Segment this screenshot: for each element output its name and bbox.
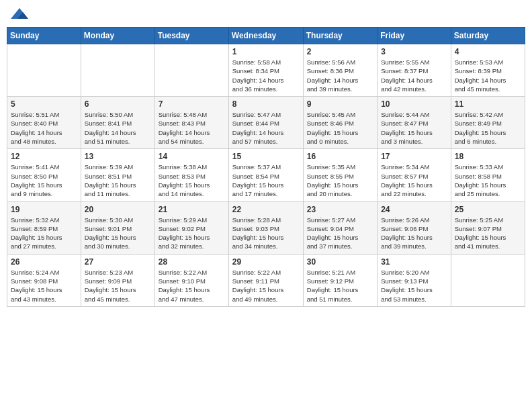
day-number: 24 bbox=[381, 205, 447, 214]
day-cell: 4Sunrise: 5:53 AM Sunset: 8:39 PM Daylig… bbox=[451, 44, 525, 97]
day-cell: 3Sunrise: 5:55 AM Sunset: 8:37 PM Daylig… bbox=[378, 44, 451, 97]
day-number: 21 bbox=[159, 205, 225, 214]
day-cell bbox=[451, 254, 525, 306]
day-info: Sunrise: 5:38 AM Sunset: 8:53 PM Dayligh… bbox=[159, 163, 225, 198]
day-cell: 12Sunrise: 5:41 AM Sunset: 8:50 PM Dayli… bbox=[7, 149, 81, 201]
day-number: 27 bbox=[85, 257, 151, 267]
day-cell: 15Sunrise: 5:37 AM Sunset: 8:54 PM Dayli… bbox=[228, 149, 303, 201]
day-cell: 6Sunrise: 5:50 AM Sunset: 8:41 PM Daylig… bbox=[81, 97, 154, 149]
weekday-header-wednesday: Wednesday bbox=[228, 28, 303, 44]
day-cell: 18Sunrise: 5:33 AM Sunset: 8:58 PM Dayli… bbox=[451, 149, 525, 201]
day-cell: 7Sunrise: 5:48 AM Sunset: 8:43 PM Daylig… bbox=[154, 97, 228, 149]
day-cell: 31Sunrise: 5:20 AM Sunset: 9:13 PM Dayli… bbox=[378, 254, 451, 306]
day-number: 16 bbox=[307, 152, 373, 161]
day-number: 19 bbox=[11, 205, 77, 214]
day-info: Sunrise: 5:37 AM Sunset: 8:54 PM Dayligh… bbox=[232, 163, 300, 198]
day-cell: 20Sunrise: 5:30 AM Sunset: 9:01 PM Dayli… bbox=[81, 201, 154, 254]
day-info: Sunrise: 5:42 AM Sunset: 8:49 PM Dayligh… bbox=[455, 110, 521, 146]
day-number: 7 bbox=[159, 99, 225, 109]
day-info: Sunrise: 5:47 AM Sunset: 8:44 PM Dayligh… bbox=[232, 110, 300, 146]
day-info: Sunrise: 5:21 AM Sunset: 9:12 PM Dayligh… bbox=[307, 268, 373, 304]
day-info: Sunrise: 5:53 AM Sunset: 8:39 PM Dayligh… bbox=[455, 58, 521, 93]
day-number: 8 bbox=[232, 99, 300, 109]
day-cell: 1Sunrise: 5:58 AM Sunset: 8:34 PM Daylig… bbox=[228, 44, 303, 97]
week-row-1: 1Sunrise: 5:58 AM Sunset: 8:34 PM Daylig… bbox=[7, 44, 525, 97]
day-info: Sunrise: 5:27 AM Sunset: 9:04 PM Dayligh… bbox=[307, 216, 373, 251]
week-row-2: 5Sunrise: 5:51 AM Sunset: 8:40 PM Daylig… bbox=[7, 97, 525, 149]
day-number: 17 bbox=[381, 152, 447, 161]
day-info: Sunrise: 5:44 AM Sunset: 8:47 PM Dayligh… bbox=[381, 110, 447, 146]
week-row-4: 19Sunrise: 5:32 AM Sunset: 8:59 PM Dayli… bbox=[7, 201, 525, 254]
day-cell: 23Sunrise: 5:27 AM Sunset: 9:04 PM Dayli… bbox=[303, 201, 377, 254]
day-number: 10 bbox=[381, 99, 447, 109]
day-info: Sunrise: 5:23 AM Sunset: 9:09 PM Dayligh… bbox=[85, 268, 151, 304]
day-cell: 11Sunrise: 5:42 AM Sunset: 8:49 PM Dayli… bbox=[451, 97, 525, 149]
day-info: Sunrise: 5:58 AM Sunset: 8:34 PM Dayligh… bbox=[232, 58, 300, 93]
day-number: 5 bbox=[11, 99, 77, 109]
day-number: 26 bbox=[11, 257, 77, 267]
day-cell: 25Sunrise: 5:25 AM Sunset: 9:07 PM Dayli… bbox=[451, 201, 525, 254]
calendar-table: SundayMondayTuesdayWednesdayThursdayFrid… bbox=[7, 27, 525, 307]
day-number: 25 bbox=[455, 205, 521, 214]
day-cell: 14Sunrise: 5:38 AM Sunset: 8:53 PM Dayli… bbox=[154, 149, 228, 201]
weekday-header-saturday: Saturday bbox=[451, 28, 525, 44]
day-cell: 27Sunrise: 5:23 AM Sunset: 9:09 PM Dayli… bbox=[81, 254, 154, 306]
day-cell bbox=[81, 44, 154, 97]
day-number: 20 bbox=[85, 205, 151, 214]
day-info: Sunrise: 5:22 AM Sunset: 9:11 PM Dayligh… bbox=[232, 268, 300, 304]
day-number: 31 bbox=[381, 257, 447, 267]
day-cell: 9Sunrise: 5:45 AM Sunset: 8:46 PM Daylig… bbox=[303, 97, 377, 149]
day-info: Sunrise: 5:29 AM Sunset: 9:02 PM Dayligh… bbox=[159, 216, 225, 251]
day-info: Sunrise: 5:30 AM Sunset: 9:01 PM Dayligh… bbox=[85, 216, 151, 251]
day-info: Sunrise: 5:48 AM Sunset: 8:43 PM Dayligh… bbox=[159, 110, 225, 146]
day-cell: 17Sunrise: 5:34 AM Sunset: 8:57 PM Dayli… bbox=[378, 149, 451, 201]
day-cell: 30Sunrise: 5:21 AM Sunset: 9:12 PM Dayli… bbox=[303, 254, 377, 306]
week-row-5: 26Sunrise: 5:24 AM Sunset: 9:08 PM Dayli… bbox=[7, 254, 525, 306]
day-number: 14 bbox=[159, 152, 225, 161]
day-number: 30 bbox=[307, 257, 373, 267]
weekday-header-sunday: Sunday bbox=[7, 28, 81, 44]
day-cell: 19Sunrise: 5:32 AM Sunset: 8:59 PM Dayli… bbox=[7, 201, 81, 254]
day-info: Sunrise: 5:20 AM Sunset: 9:13 PM Dayligh… bbox=[381, 268, 447, 304]
day-number: 12 bbox=[11, 152, 77, 161]
day-number: 15 bbox=[232, 152, 300, 161]
day-cell: 26Sunrise: 5:24 AM Sunset: 9:08 PM Dayli… bbox=[7, 254, 81, 306]
day-cell: 5Sunrise: 5:51 AM Sunset: 8:40 PM Daylig… bbox=[7, 97, 81, 149]
day-number: 2 bbox=[307, 47, 373, 56]
day-number: 29 bbox=[232, 257, 300, 267]
logo bbox=[9, 7, 30, 21]
day-info: Sunrise: 5:41 AM Sunset: 8:50 PM Dayligh… bbox=[11, 163, 77, 198]
weekday-header-tuesday: Tuesday bbox=[154, 28, 228, 44]
weekday-header-thursday: Thursday bbox=[303, 28, 377, 44]
day-cell: 29Sunrise: 5:22 AM Sunset: 9:11 PM Dayli… bbox=[228, 254, 303, 306]
week-row-3: 12Sunrise: 5:41 AM Sunset: 8:50 PM Dayli… bbox=[7, 149, 525, 201]
day-info: Sunrise: 5:35 AM Sunset: 8:55 PM Dayligh… bbox=[307, 163, 373, 198]
day-info: Sunrise: 5:51 AM Sunset: 8:40 PM Dayligh… bbox=[11, 110, 77, 146]
day-cell bbox=[154, 44, 228, 97]
logo-icon bbox=[9, 7, 30, 21]
day-number: 3 bbox=[381, 47, 447, 56]
day-cell: 13Sunrise: 5:39 AM Sunset: 8:51 PM Dayli… bbox=[81, 149, 154, 201]
day-cell bbox=[7, 44, 81, 97]
day-info: Sunrise: 5:56 AM Sunset: 8:36 PM Dayligh… bbox=[307, 58, 373, 93]
day-info: Sunrise: 5:55 AM Sunset: 8:37 PM Dayligh… bbox=[381, 58, 447, 93]
day-cell: 22Sunrise: 5:28 AM Sunset: 9:03 PM Dayli… bbox=[228, 201, 303, 254]
day-number: 11 bbox=[455, 99, 521, 109]
day-info: Sunrise: 5:24 AM Sunset: 9:08 PM Dayligh… bbox=[11, 268, 77, 304]
day-number: 22 bbox=[232, 205, 300, 214]
day-info: Sunrise: 5:22 AM Sunset: 9:10 PM Dayligh… bbox=[159, 268, 225, 304]
day-number: 23 bbox=[307, 205, 373, 214]
day-cell: 24Sunrise: 5:26 AM Sunset: 9:06 PM Dayli… bbox=[378, 201, 451, 254]
weekday-header-monday: Monday bbox=[81, 28, 154, 44]
day-info: Sunrise: 5:32 AM Sunset: 8:59 PM Dayligh… bbox=[11, 216, 77, 251]
day-number: 6 bbox=[85, 99, 151, 109]
page-header bbox=[7, 7, 525, 21]
day-number: 28 bbox=[159, 257, 225, 267]
weekday-header-friday: Friday bbox=[378, 28, 451, 44]
day-info: Sunrise: 5:45 AM Sunset: 8:46 PM Dayligh… bbox=[307, 110, 373, 146]
day-cell: 10Sunrise: 5:44 AM Sunset: 8:47 PM Dayli… bbox=[378, 97, 451, 149]
day-number: 4 bbox=[455, 47, 521, 56]
day-cell: 8Sunrise: 5:47 AM Sunset: 8:44 PM Daylig… bbox=[228, 97, 303, 149]
day-info: Sunrise: 5:25 AM Sunset: 9:07 PM Dayligh… bbox=[455, 216, 521, 251]
day-cell: 28Sunrise: 5:22 AM Sunset: 9:10 PM Dayli… bbox=[154, 254, 228, 306]
